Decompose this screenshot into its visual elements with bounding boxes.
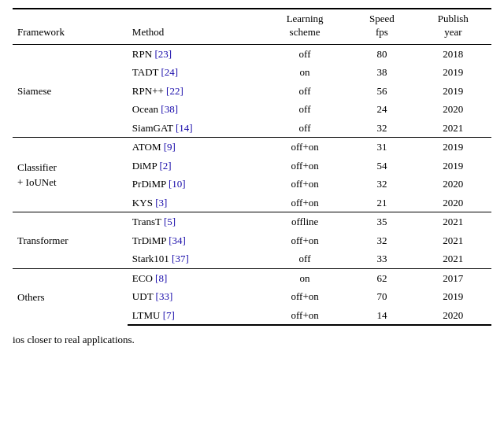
year-cell: 2020 <box>415 194 491 212</box>
col-header-speed: Speedfps <box>349 9 414 44</box>
year-cell: 2018 <box>415 44 491 63</box>
learning-cell: off <box>261 100 349 119</box>
year-cell: 2021 <box>415 212 491 231</box>
learning-cell: off+on <box>261 175 349 194</box>
year-cell: 2020 <box>415 100 491 119</box>
method-cell: DiMP [2] <box>128 157 261 175</box>
year-cell: 2019 <box>415 82 491 101</box>
speed-cell: 31 <box>349 138 414 157</box>
year-cell: 2021 <box>415 249 491 268</box>
year-cell: 2020 <box>415 306 491 326</box>
col-header-framework: Framework <box>13 9 128 44</box>
learning-cell: off <box>261 249 349 268</box>
speed-cell: 33 <box>349 249 414 268</box>
reference-link[interactable]: [14] <box>176 122 193 134</box>
learning-cell: on <box>261 268 349 287</box>
speed-cell: 21 <box>349 194 414 212</box>
reference-link[interactable]: [23] <box>154 48 172 60</box>
method-cell: UDT [33] <box>128 287 261 306</box>
speed-cell: 35 <box>349 212 414 231</box>
learning-cell: off+on <box>261 306 349 326</box>
reference-link[interactable]: [10] <box>169 178 186 190</box>
year-cell: 2019 <box>415 157 491 175</box>
method-cell: TrDiMP [34] <box>128 231 261 250</box>
reference-link[interactable]: [9] <box>164 141 176 153</box>
reference-link[interactable]: [3] <box>155 197 167 209</box>
method-cell: ATOM [9] <box>128 138 261 157</box>
method-cell: Stark101 [37] <box>128 249 261 268</box>
method-cell: ECO [8] <box>128 268 261 287</box>
learning-cell: off <box>261 44 349 63</box>
learning-cell: off <box>261 119 349 138</box>
learning-cell: offline <box>261 212 349 231</box>
learning-cell: on <box>261 63 349 82</box>
reference-link[interactable]: [38] <box>161 103 178 115</box>
speed-cell: 38 <box>349 63 414 82</box>
method-cell: PrDiMP [10] <box>128 175 261 194</box>
learning-cell: off+on <box>261 157 349 175</box>
learning-cell: off+on <box>261 287 349 306</box>
speed-cell: 80 <box>349 44 414 63</box>
col-header-year: Publishyear <box>415 9 491 44</box>
speed-cell: 56 <box>349 82 414 101</box>
reference-link[interactable]: [37] <box>172 253 189 264</box>
year-cell: 2017 <box>415 268 491 287</box>
reference-link[interactable]: [5] <box>164 216 176 227</box>
year-cell: 2021 <box>415 231 491 250</box>
framework-cell: Others <box>13 268 128 325</box>
method-cell: TADT [24] <box>128 63 261 82</box>
col-header-learning: Learningscheme <box>261 9 349 44</box>
table-row: TransformerTransT [5]offline352021 <box>13 212 491 231</box>
method-cell: RPN++ [22] <box>128 82 261 101</box>
reference-link[interactable]: [24] <box>161 66 179 78</box>
framework-cell: Classifier+ IoUNet <box>13 138 128 212</box>
table-row: SiameseRPN [23]off802018 <box>13 44 491 63</box>
method-cell: SiamGAT [14] <box>128 119 261 138</box>
col-header-method: Method <box>128 9 261 44</box>
speed-cell: 54 <box>349 157 414 175</box>
learning-cell: off+on <box>261 194 349 212</box>
reference-link[interactable]: [8] <box>155 272 167 284</box>
table-row: Classifier+ IoUNetATOM [9]off+on312019 <box>13 138 491 157</box>
speed-cell: 32 <box>349 231 414 250</box>
year-cell: 2019 <box>415 63 491 82</box>
table-row: OthersECO [8]on622017 <box>13 268 491 287</box>
framework-cell: Siamese <box>13 44 128 138</box>
learning-cell: off+on <box>261 138 349 157</box>
speed-cell: 24 <box>349 100 414 119</box>
speed-cell: 70 <box>349 287 414 306</box>
speed-cell: 32 <box>349 119 414 138</box>
bottom-caption: ios closer to real applications. <box>13 334 491 346</box>
reference-link[interactable]: [7] <box>163 309 175 321</box>
reference-link[interactable]: [2] <box>159 160 171 172</box>
speed-cell: 14 <box>349 306 414 326</box>
reference-link[interactable]: [22] <box>166 85 183 97</box>
method-cell: TransT [5] <box>128 212 261 231</box>
method-cell: Ocean [38] <box>128 100 261 119</box>
learning-cell: off+on <box>261 231 349 250</box>
learning-cell: off <box>261 82 349 101</box>
year-cell: 2020 <box>415 175 491 194</box>
method-cell: LTMU [7] <box>128 306 261 326</box>
year-cell: 2019 <box>415 287 491 306</box>
year-cell: 2019 <box>415 138 491 157</box>
method-cell: KYS [3] <box>128 194 261 212</box>
framework-cell: Transformer <box>13 212 128 269</box>
reference-link[interactable]: [34] <box>169 234 186 246</box>
speed-cell: 32 <box>349 175 414 194</box>
reference-link[interactable]: [33] <box>156 290 173 302</box>
method-cell: RPN [23] <box>128 44 261 63</box>
comparison-table: Framework Method Learningscheme Speedfps… <box>13 8 491 326</box>
year-cell: 2021 <box>415 119 491 138</box>
speed-cell: 62 <box>349 268 414 287</box>
